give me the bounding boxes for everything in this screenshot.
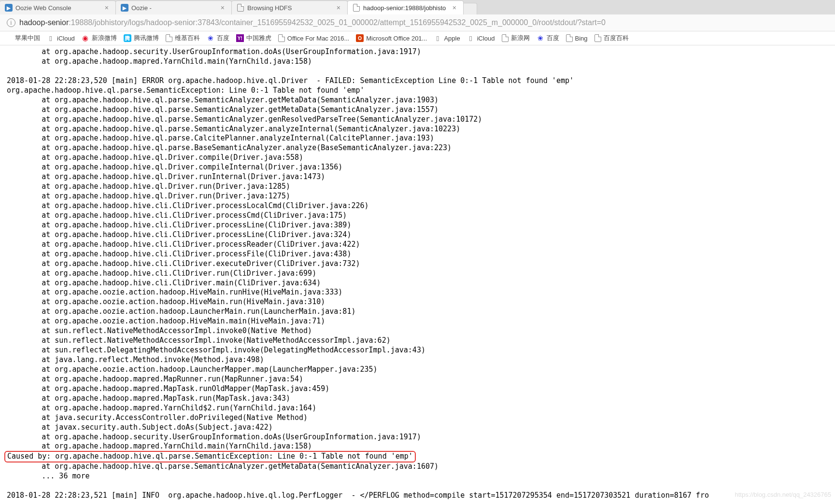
- file-icon: [566, 34, 573, 42]
- tab-title: hadoop-senior:19888/jobhisto: [363, 4, 448, 12]
- log-output[interactable]: at org.apache.hadoop.security.UserGroupI…: [0, 45, 835, 503]
- bookmark-item[interactable]: 腾腾讯微博: [124, 34, 159, 42]
- apple-icon: : [47, 34, 55, 42]
- bookmark-label: 维基百科: [175, 34, 200, 42]
- oozie-icon: ▶: [121, 4, 128, 12]
- tencent-icon: 腾: [124, 34, 131, 42]
- tab-title: Oozie -: [131, 4, 216, 12]
- file-icon: [278, 34, 285, 42]
- bookmark-label: 百度: [217, 34, 229, 42]
- bookmark-label: 腾讯微博: [134, 34, 159, 42]
- bookmark-item[interactable]: 新浪网: [502, 34, 530, 42]
- bookmark-item[interactable]: Office For Mac 2016...: [278, 34, 349, 42]
- bookmark-bar: 苹果中国iCloud◉新浪微博腾腾讯微博维基百科❀百度Y!中国雅虎Office…: [0, 31, 835, 45]
- bookmark-label: Apple: [444, 35, 460, 42]
- site-info-icon[interactable]: i: [7, 18, 15, 27]
- browser-tab[interactable]: hadoop-senior:19888/jobhisto×: [348, 0, 464, 14]
- bookmark-label: 新浪微博: [92, 34, 117, 42]
- new-tab-button[interactable]: [464, 3, 477, 14]
- tab-favicon: [353, 4, 360, 12]
- tab-title: Browsing HDFS: [247, 4, 332, 12]
- tab-favicon: ▶: [5, 4, 13, 12]
- url-host: hadoop-senior: [19, 18, 69, 27]
- browser-tab-bar: ▶Oozie Web Console×▶Oozie -×Browsing HDF…: [0, 0, 835, 14]
- bookmark-item[interactable]: Bing: [566, 34, 588, 42]
- bookmark-label: 中国雅虎: [246, 34, 271, 42]
- bookmark-item[interactable]: ❀百度: [537, 34, 559, 42]
- close-icon[interactable]: ×: [103, 4, 111, 12]
- bookmark-label: iCloud: [57, 35, 75, 42]
- close-icon[interactable]: ×: [335, 4, 342, 12]
- bookmark-item[interactable]: ◉新浪微博: [82, 34, 117, 42]
- highlighted-cause: Caused by: org.apache.hadoop.hive.ql.par…: [4, 451, 416, 462]
- file-icon: [353, 4, 360, 12]
- browser-tab[interactable]: ▶Oozie -×: [116, 0, 232, 14]
- tab-title: Oozie Web Console: [15, 4, 100, 12]
- file-icon: [166, 34, 172, 42]
- bookmark-label: Microsoft Office 201...: [366, 35, 427, 42]
- bookmark-item[interactable]: Apple: [434, 34, 460, 42]
- url-path: :19888/jobhistory/logs/hadoop-senior:378…: [69, 18, 606, 27]
- bookmark-label: 新浪网: [511, 34, 530, 42]
- bookmark-item[interactable]: iCloud: [467, 34, 495, 42]
- bookmark-item[interactable]: 苹果中国: [5, 34, 40, 42]
- baidu-icon: ❀: [207, 34, 214, 42]
- browser-tab[interactable]: Browsing HDFS×: [232, 0, 348, 14]
- apple-icon: : [467, 34, 475, 42]
- tab-favicon: [237, 4, 244, 12]
- bookmark-item[interactable]: 百度百科: [594, 34, 629, 42]
- file-icon: [594, 34, 601, 42]
- bookmark-label: iCloud: [477, 35, 495, 42]
- bookmark-item[interactable]: Y!中国雅虎: [236, 34, 271, 42]
- yahoo-icon: Y!: [236, 34, 244, 42]
- msoffice-icon: O: [356, 34, 364, 42]
- url-display[interactable]: hadoop-senior:19888/jobhistory/logs/hado…: [19, 18, 828, 27]
- file-icon: [502, 34, 509, 42]
- oozie-icon: ▶: [5, 4, 13, 12]
- browser-tab[interactable]: ▶Oozie Web Console×: [0, 0, 116, 14]
- bookmark-item[interactable]: ❀百度: [207, 34, 229, 42]
- bookmark-item[interactable]: 维基百科: [166, 34, 200, 42]
- bookmark-item[interactable]: iCloud: [47, 34, 75, 42]
- baidu-icon: ❀: [537, 34, 544, 42]
- close-icon[interactable]: ×: [451, 4, 458, 12]
- apple-icon: : [434, 34, 441, 42]
- bookmark-label: 百度: [547, 34, 559, 42]
- address-bar: i hadoop-senior:19888/jobhistory/logs/ha…: [0, 14, 835, 31]
- blank-icon: [5, 34, 13, 42]
- bookmark-item[interactable]: OMicrosoft Office 201...: [356, 34, 427, 42]
- bookmark-label: Office For Mac 2016...: [287, 35, 349, 42]
- bookmark-label: 百度百科: [604, 34, 629, 42]
- bookmark-label: 苹果中国: [15, 34, 40, 42]
- close-icon[interactable]: ×: [219, 4, 226, 12]
- weibo-icon: ◉: [82, 34, 89, 42]
- file-icon: [237, 4, 244, 12]
- tab-favicon: ▶: [121, 4, 128, 12]
- bookmark-label: Bing: [575, 35, 588, 42]
